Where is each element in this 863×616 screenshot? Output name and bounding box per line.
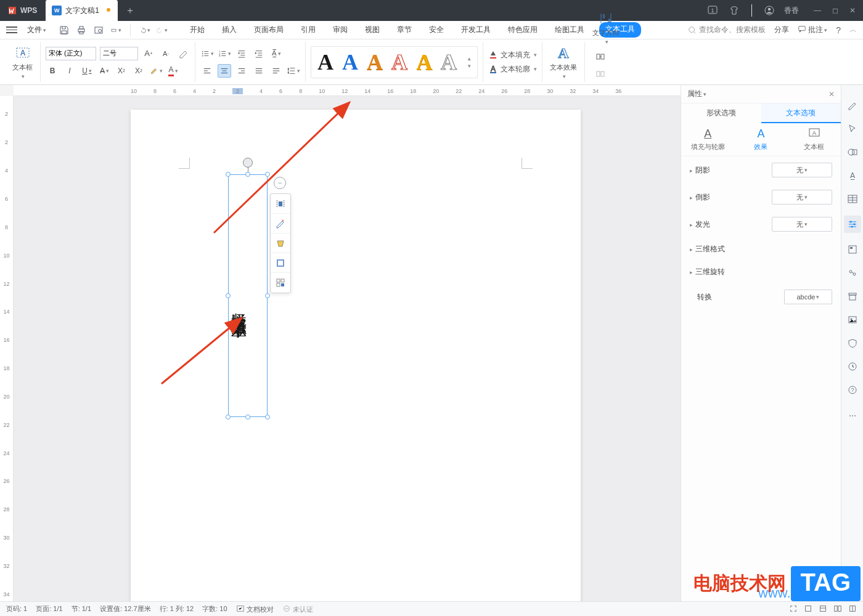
font-color-button[interactable]: A — [166, 64, 180, 78]
tab-layout[interactable]: 页面布局 — [252, 22, 286, 38]
style-preset-4[interactable]: A — [391, 49, 407, 75]
resize-handle-n[interactable] — [245, 172, 250, 177]
resize-handle-se[interactable] — [265, 415, 270, 419]
vertical-textbox[interactable]: 竖排文字怎么居中显示 — [228, 174, 268, 417]
more-float-button[interactable] — [271, 273, 290, 293]
tab-insert[interactable]: 插入 — [219, 22, 239, 38]
panel-title[interactable]: 属性 — [687, 89, 706, 99]
prop-shadow[interactable]: ▸阴影无 — [681, 156, 841, 184]
rotate-handle[interactable] — [243, 158, 253, 168]
sidestrip-cursor-icon[interactable] — [846, 122, 859, 136]
document-page[interactable]: 竖排文字怎么居中显示 − — [131, 110, 581, 601]
align-right-button[interactable] — [235, 64, 248, 78]
status-uncert[interactable]: 未认证 — [282, 604, 313, 614]
prop-3dformat[interactable]: ▸三维格式 — [681, 238, 841, 261]
style-preset-1[interactable]: A — [317, 49, 333, 75]
comment-button[interactable]: 批注 — [798, 25, 827, 35]
sidestrip-shape-icon[interactable] — [846, 145, 859, 159]
sidestrip-template-icon[interactable] — [846, 243, 859, 256]
style-preset-6[interactable]: A — [441, 49, 457, 75]
new-tab-button[interactable]: ＋ — [121, 2, 139, 19]
collapse-float-icon[interactable]: − — [274, 177, 286, 189]
fullscreen-button[interactable] — [789, 604, 798, 614]
glow-dropdown[interactable]: 无 — [772, 217, 832, 232]
badge-icon[interactable]: 1 — [707, 4, 719, 17]
shadow-dropdown[interactable]: 无 — [772, 163, 832, 177]
text-outline-button[interactable]: A文本轮廓 — [488, 64, 537, 75]
align-justify-button[interactable] — [252, 64, 266, 78]
style-preset-2[interactable]: A — [342, 49, 358, 75]
prop-3drotate[interactable]: ▸三维旋转 — [681, 261, 841, 283]
skin-icon[interactable] — [728, 4, 740, 17]
grow-font-button[interactable]: A+ — [142, 47, 155, 60]
align-distribute-button[interactable] — [269, 64, 283, 78]
line-spacing-button[interactable] — [287, 64, 300, 78]
subscript-button[interactable]: X2 — [132, 64, 145, 78]
maximize-button[interactable]: ◻ — [832, 6, 838, 15]
document-tab[interactable]: W 文字文稿1 — [46, 0, 118, 21]
sidestrip-archive-icon[interactable] — [846, 290, 859, 303]
bullet-list-button[interactable] — [200, 47, 214, 60]
resize-handle-s[interactable] — [245, 415, 250, 419]
tab-security[interactable]: 安全 — [427, 22, 446, 38]
tab-featured[interactable]: 特色应用 — [505, 22, 540, 38]
view-mode-2[interactable] — [819, 604, 827, 614]
help-button[interactable]: ? — [836, 25, 841, 35]
panel-close-button[interactable]: ✕ — [828, 90, 835, 99]
link-textbox-button[interactable] — [594, 50, 607, 63]
tab-view[interactable]: 视图 — [362, 22, 382, 38]
increase-indent-button[interactable] — [252, 47, 266, 60]
resize-handle-ne[interactable] — [265, 172, 270, 177]
view-mode-4[interactable] — [848, 604, 857, 614]
align-left-button[interactable] — [200, 64, 214, 78]
sidestrip-more-icon[interactable]: ⋯ — [846, 409, 859, 423]
prop-reflection[interactable]: ▸倒影无 — [681, 184, 841, 211]
shape-fill-float-button[interactable] — [271, 233, 290, 253]
text-direction-button[interactable]: ⅡA 文字方向 — [590, 9, 622, 46]
resize-handle-e[interactable] — [265, 293, 270, 298]
share-button[interactable]: 分享 — [774, 25, 789, 35]
underline-button[interactable]: U — [80, 64, 94, 78]
panel-tab-text[interactable]: 文本选项 — [761, 103, 841, 123]
status-words[interactable]: 字数: 10 — [202, 604, 227, 614]
prop-transform[interactable]: 转换abcde — [681, 283, 841, 310]
sidestrip-help-icon[interactable]: ? — [846, 383, 859, 397]
number-list-button[interactable]: 123 — [218, 47, 231, 60]
tab-developer[interactable]: 开发工具 — [459, 22, 493, 38]
font-size-input[interactable] — [100, 47, 138, 60]
tab-review[interactable]: 审阅 — [330, 22, 350, 38]
command-search[interactable]: 查找命令、搜索模板 — [688, 25, 766, 35]
sidestrip-table-icon[interactable] — [846, 192, 859, 206]
status-section[interactable]: 节: 1/1 — [72, 604, 91, 614]
preview-icon[interactable] — [93, 25, 104, 36]
collapse-ribbon-button[interactable]: ︿ — [849, 25, 857, 35]
close-button[interactable]: ✕ — [849, 6, 856, 15]
gallery-expand-button[interactable]: ▴▾ — [468, 55, 471, 69]
sidestrip-image-icon[interactable] — [846, 313, 859, 326]
quickprint-icon[interactable] — [110, 25, 121, 36]
sidestrip-pencil-icon[interactable] — [846, 99, 859, 112]
subnav-textbox[interactable]: A文本框 — [788, 123, 841, 156]
status-page[interactable]: 页面: 1/1 — [36, 604, 62, 614]
font-name-input[interactable] — [46, 47, 96, 60]
sidestrip-history-icon[interactable] — [846, 360, 859, 373]
subnav-effect[interactable]: A效果 — [734, 123, 787, 156]
user-icon[interactable] — [763, 4, 775, 17]
text-effect-button[interactable]: A 文本效果 — [547, 43, 579, 81]
tab-reference[interactable]: 引用 — [298, 22, 318, 38]
status-proof[interactable]: 文档校对 — [236, 604, 274, 614]
panel-tab-shape[interactable]: 形状选项 — [681, 103, 761, 123]
strike-button[interactable]: A̶ — [97, 64, 111, 78]
textbox-button[interactable]: A 文本框 — [10, 43, 35, 81]
tab-start[interactable]: 开始 — [187, 22, 207, 38]
edit-shape-button[interactable] — [271, 214, 290, 233]
resize-handle-nw[interactable] — [226, 172, 231, 177]
unlink-textbox-button[interactable] — [594, 67, 607, 81]
undo-icon[interactable] — [139, 25, 150, 36]
shrink-font-button[interactable]: A- — [159, 47, 173, 60]
case-button[interactable]: A̲̅ — [269, 47, 283, 60]
resize-handle-sw[interactable] — [226, 415, 231, 419]
tab-section[interactable]: 章节 — [395, 22, 414, 38]
resize-handle-w[interactable] — [226, 293, 231, 298]
tab-drawtools[interactable]: 绘图工具 — [552, 22, 587, 38]
